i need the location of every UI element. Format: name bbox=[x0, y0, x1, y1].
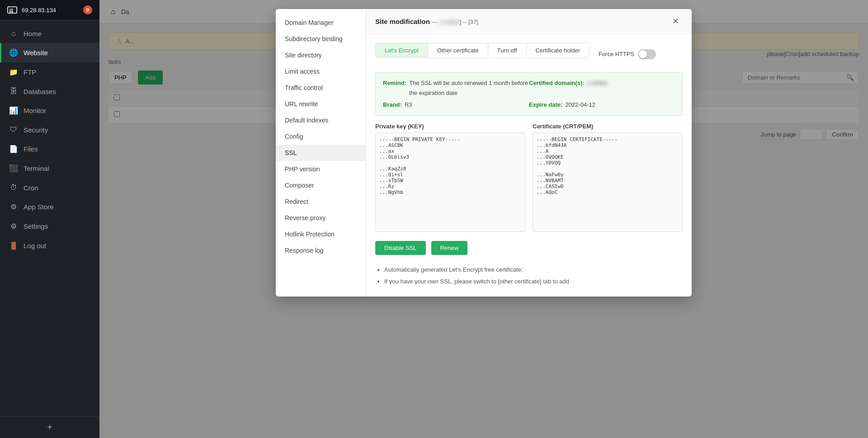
modal-sidebar-item-config[interactable]: Config bbox=[276, 128, 366, 145]
monitor-nav-icon: 📊 bbox=[9, 106, 18, 115]
modal-sidebar-item-traffic-control[interactable]: Traffic control bbox=[276, 80, 366, 96]
ssl-note-1: Automatically generated Let's Encrypt fr… bbox=[384, 264, 683, 276]
modal-sidebar-item-domain-manager[interactable]: Domain Manager bbox=[276, 14, 366, 31]
sidebar-item-label: Databases bbox=[24, 88, 56, 95]
modal-title-suffix: — x.online] -- [37] bbox=[432, 19, 478, 25]
key-cert-row: Private key (KEY) -----BEGIN PRIVATE KEY… bbox=[375, 123, 683, 234]
sidebar-item-label: Log out bbox=[24, 242, 46, 250]
ssl-actions: Disable SSL Renew bbox=[375, 241, 683, 255]
notification-badge: 0 bbox=[83, 5, 92, 14]
sidebar-item-settings[interactable]: ⚙ Settings bbox=[0, 217, 99, 236]
ssl-tabs: Let's Encrypt Other certificate Turn off… bbox=[375, 43, 590, 58]
modal-close-button[interactable]: ✕ bbox=[669, 14, 683, 28]
modal-sidebar-item-php-version[interactable]: PHP version bbox=[276, 161, 366, 177]
brand-label: Brand: bbox=[383, 100, 402, 110]
tab-turn-off[interactable]: Turn off bbox=[488, 43, 527, 57]
expire-item: Expire date: 2022-04-12 bbox=[529, 100, 675, 110]
modal-overlay: Domain Manager Subdirectory binding Site… bbox=[99, 0, 868, 438]
disable-ssl-button[interactable]: Disable SSL bbox=[375, 241, 426, 255]
tab-other-certificate[interactable]: Other certificate bbox=[428, 43, 488, 57]
website-icon: 🌐 bbox=[9, 48, 18, 57]
sidebar: 🖥 69.28.83.134 0 ⌂ Home 🌐 Website 📁 FTP … bbox=[0, 0, 99, 438]
modal-sidebar-item-site-directory[interactable]: Site directory bbox=[276, 47, 366, 63]
remind-label: Remind: bbox=[383, 78, 406, 98]
force-https-toggle: Force HTTPS bbox=[599, 49, 656, 59]
certificate-label: Certificate (CRT/PEM) bbox=[533, 123, 683, 130]
sidebar-item-label: Website bbox=[24, 49, 48, 57]
monitor-icon: 🖥 bbox=[7, 6, 17, 14]
modal-sidebar-item-composer[interactable]: Composer bbox=[276, 177, 366, 193]
sidebar-item-cron[interactable]: ⏱ Cron bbox=[0, 178, 99, 197]
certificate-col: Certificate (CRT/PEM) -----BEGIN CERTIFI… bbox=[533, 123, 683, 234]
terminal-icon: ⬛ bbox=[9, 164, 18, 173]
remind-text: The SSL will be auto renewed 1 month bef… bbox=[409, 78, 529, 98]
modal-sidebar-item-hotlink-protection[interactable]: Hotlink Protection bbox=[276, 226, 366, 242]
sidebar-item-website[interactable]: 🌐 Website bbox=[0, 43, 99, 62]
files-icon: 📄 bbox=[9, 145, 18, 153]
sidebar-item-ftp[interactable]: 📁 FTP bbox=[0, 62, 99, 82]
certified-domain-label: Certified domain(s): bbox=[529, 78, 585, 98]
private-key-textarea[interactable]: -----BEGIN PRIVATE KEY----- ...ASCBK ...… bbox=[375, 132, 525, 232]
sidebar-item-label: Files bbox=[24, 145, 38, 153]
sidebar-item-databases[interactable]: 🗄 Databases bbox=[0, 82, 99, 101]
remind-box: Remind: The SSL will be auto renewed 1 m… bbox=[375, 72, 683, 116]
modal-sidebar-item-url-rewrite[interactable]: URL rewrite bbox=[276, 96, 366, 112]
ssl-note-2: If you have your own SSL, please switch … bbox=[384, 276, 683, 287]
force-https-switch[interactable] bbox=[638, 49, 656, 59]
sidebar-item-monitor[interactable]: 📊 Monitor bbox=[0, 101, 99, 120]
sidebar-item-label: Monitor bbox=[24, 107, 46, 114]
home-icon: ⌂ bbox=[9, 29, 18, 38]
modal-sidebar-item-reverse-proxy[interactable]: Reverse proxy bbox=[276, 210, 366, 226]
modal-sidebar-item-subdirectory-binding[interactable]: Subdirectory binding bbox=[276, 31, 366, 47]
tab-certificate-holder[interactable]: Certificate holder bbox=[527, 43, 589, 57]
sidebar-item-files[interactable]: 📄 Files bbox=[0, 139, 99, 159]
sidebar-footer: + bbox=[0, 416, 99, 438]
sidebar-item-logout[interactable]: 🚪 Log out bbox=[0, 236, 99, 255]
remind-text-item: Remind: The SSL will be auto renewed 1 m… bbox=[383, 78, 529, 98]
appstore-icon: ⚙ bbox=[9, 203, 18, 211]
main-content: ⌂ Da ⚠ A... tasks PHP Add 🔍 bbox=[99, 0, 868, 438]
ssl-notes: Automatically generated Let's Encrypt fr… bbox=[375, 264, 683, 287]
certificate-textarea[interactable]: -----BEGIN CERTIFICATE----- ...bfdN4JA .… bbox=[533, 132, 683, 232]
sidebar-add-button[interactable]: + bbox=[9, 422, 90, 433]
settings-icon: ⚙ bbox=[9, 222, 18, 231]
brand-item: Brand: R3 bbox=[383, 100, 529, 110]
private-key-col: Private key (KEY) -----BEGIN PRIVATE KEY… bbox=[375, 123, 525, 234]
modal-body: Site modification — x.online] -- [37] ✕ … bbox=[366, 9, 692, 297]
modal-sidebar-item-limit-access[interactable]: Limit access bbox=[276, 63, 366, 80]
modal-sidebar-item-redirect[interactable]: Redirect bbox=[276, 193, 366, 210]
modal-sidebar-item-default-indexes[interactable]: Default indexes bbox=[276, 112, 366, 128]
sidebar-item-label: FTP bbox=[24, 68, 36, 76]
modal-content: Let's Encrypt Other certificate Turn off… bbox=[366, 34, 692, 297]
modal-sidebar: Domain Manager Subdirectory binding Site… bbox=[276, 9, 366, 297]
sidebar-item-label: Home bbox=[24, 30, 42, 38]
force-https-label: Force HTTPS bbox=[599, 51, 634, 57]
plus-icon: + bbox=[47, 422, 52, 433]
modal-sidebar-item-response-log[interactable]: Response log bbox=[276, 242, 366, 259]
cron-icon: ⏱ bbox=[9, 184, 18, 192]
modal-title: Site modification — x.online] -- [37] bbox=[375, 18, 669, 25]
expire-value: 2022-04-12 bbox=[565, 100, 595, 110]
renew-button[interactable]: Renew bbox=[431, 241, 467, 255]
certified-domain-value: x.online bbox=[587, 78, 608, 98]
databases-icon: 🗄 bbox=[9, 87, 18, 95]
modal-sidebar-item-ssl[interactable]: SSL bbox=[276, 145, 366, 161]
sidebar-item-label: Terminal bbox=[24, 165, 49, 172]
ftp-icon: 📁 bbox=[9, 68, 18, 76]
sidebar-item-home[interactable]: ⌂ Home bbox=[0, 24, 99, 43]
server-ip: 69.28.83.134 bbox=[22, 7, 56, 14]
cert-info-grid: Remind: The SSL will be auto renewed 1 m… bbox=[383, 78, 675, 110]
sidebar-item-label: Cron bbox=[24, 184, 38, 192]
private-key-label: Private key (KEY) bbox=[375, 123, 525, 130]
sidebar-item-terminal[interactable]: ⬛ Terminal bbox=[0, 159, 99, 178]
modal-title-text: Site modification bbox=[375, 18, 430, 25]
sidebar-item-security[interactable]: 🛡 Security bbox=[0, 120, 99, 139]
sidebar-nav: ⌂ Home 🌐 Website 📁 FTP 🗄 Databases 📊 Mon… bbox=[0, 20, 99, 416]
modal-dialog: Domain Manager Subdirectory binding Site… bbox=[276, 9, 692, 297]
certified-domain-item: Certified domain(s): x.online bbox=[529, 78, 675, 98]
sidebar-item-appstore[interactable]: ⚙ App Store bbox=[0, 197, 99, 217]
tab-lets-encrypt[interactable]: Let's Encrypt bbox=[376, 43, 428, 57]
sidebar-item-label: App Store bbox=[24, 203, 54, 211]
brand-value: R3 bbox=[405, 100, 412, 110]
expire-label: Expire date: bbox=[529, 100, 562, 110]
